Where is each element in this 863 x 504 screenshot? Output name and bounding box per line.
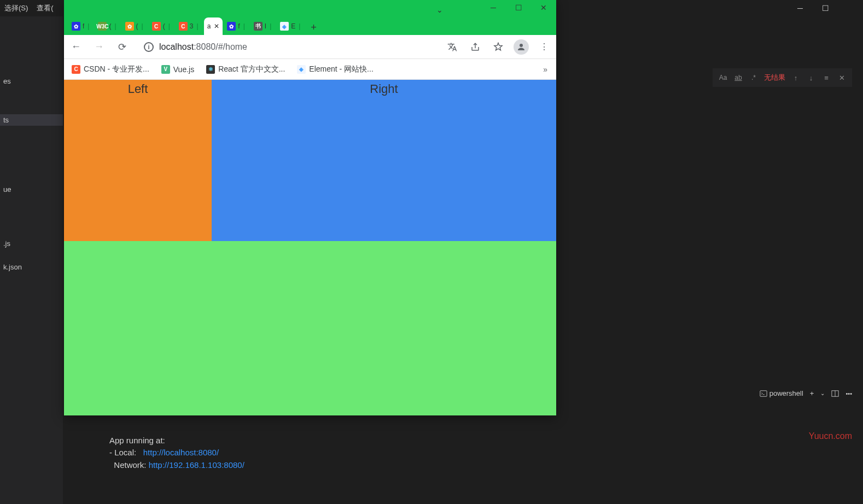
regex-icon[interactable]: .* bbox=[749, 74, 759, 81]
tab[interactable]: C(| bbox=[149, 17, 174, 35]
explorer-file-item[interactable] bbox=[0, 153, 63, 156]
tab-favicon: 书 bbox=[254, 22, 263, 31]
tab[interactable]: ✿(| bbox=[122, 17, 148, 35]
vscode-maximize-button[interactable]: ☐ bbox=[813, 0, 838, 16]
tab[interactable]: C3| bbox=[176, 17, 203, 35]
tabstrip: ✿f|W3C(|✿(|C(|C3|a✕✿f|书I|◈E|+ bbox=[68, 16, 552, 35]
bookmark-favicon: ⚛ bbox=[206, 65, 215, 74]
next-match-icon[interactable]: ↓ bbox=[806, 74, 816, 82]
explorer-file-item[interactable] bbox=[0, 99, 63, 102]
terminal-split-icon[interactable] bbox=[831, 390, 839, 397]
tab-favicon: ✿ bbox=[125, 22, 134, 31]
address-bar[interactable]: i localhost:8080/#/home bbox=[137, 38, 437, 56]
explorer-file-item[interactable] bbox=[0, 207, 63, 210]
reload-button[interactable]: ⟳ bbox=[114, 39, 130, 55]
tab-favicon: ✿ bbox=[227, 22, 236, 31]
translate-icon[interactable] bbox=[445, 39, 460, 55]
right-panel: Right bbox=[212, 80, 556, 241]
svg-point-3 bbox=[520, 44, 523, 47]
tab[interactable]: ✿f| bbox=[224, 17, 249, 35]
explorer-file-item[interactable] bbox=[0, 60, 63, 63]
explorer-file-item[interactable] bbox=[0, 222, 63, 226]
explorer-file-item[interactable]: .js bbox=[0, 238, 63, 249]
maximize-button[interactable]: ☐ bbox=[506, 0, 531, 15]
bookmark-item[interactable]: ◈Element - 网站快... bbox=[294, 62, 376, 77]
terminal-shell-label[interactable]: powershell bbox=[760, 389, 803, 397]
vscode-minimize-button[interactable]: ─ bbox=[788, 0, 813, 16]
page-top-row: Left Right bbox=[64, 80, 556, 241]
back-button[interactable]: ← bbox=[68, 39, 84, 55]
explorer-file-item[interactable]: ue bbox=[0, 184, 63, 195]
minimize-button[interactable]: ─ bbox=[481, 0, 506, 15]
prev-match-icon[interactable]: ↑ bbox=[791, 74, 801, 82]
explorer-file-item[interactable] bbox=[0, 168, 63, 172]
bookmark-item[interactable]: CCSDN - 专业开发... bbox=[68, 62, 153, 77]
match-case-icon[interactable]: Aa bbox=[718, 74, 728, 81]
find-menu-icon[interactable]: ≡ bbox=[821, 74, 831, 82]
tab[interactable]: ✿f| bbox=[68, 17, 94, 35]
explorer-file-item[interactable] bbox=[0, 138, 63, 141]
vscode-terminal[interactable]: App running at: - Local: http://localhos… bbox=[109, 435, 852, 472]
chrome-window: ⌄ ─ ☐ ✕ ✿f|W3C(|✿(|C(|C3|a✕✿f|书I|◈E|+ ← … bbox=[64, 0, 556, 415]
bookmark-favicon: ◈ bbox=[297, 65, 306, 74]
new-tab-button[interactable]: + bbox=[306, 20, 321, 35]
explorer-file-item[interactable]: k.json bbox=[0, 261, 63, 273]
share-icon[interactable] bbox=[468, 39, 483, 55]
chrome-window-controls: ⌄ ─ ☐ ✕ bbox=[481, 0, 556, 15]
tab-favicon: W3C bbox=[98, 22, 107, 31]
tab-close-icon[interactable]: ✕ bbox=[214, 22, 219, 30]
svg-rect-0 bbox=[760, 390, 767, 396]
vscode-explorer: estsue.jsk.json bbox=[0, 16, 63, 504]
watermark: Yuucn.com bbox=[809, 431, 852, 441]
tab-title: E bbox=[291, 22, 295, 30]
chrome-menu-icon[interactable]: ⋮ bbox=[537, 39, 552, 55]
bookmark-favicon: C bbox=[72, 65, 80, 74]
tab[interactable]: 书I| bbox=[250, 17, 276, 35]
bookmark-label: React 官方中文文... bbox=[218, 65, 285, 74]
tab[interactable]: ◈E| bbox=[277, 17, 305, 35]
match-word-icon[interactable]: ab bbox=[733, 74, 743, 81]
bookmark-overflow-icon[interactable]: » bbox=[539, 63, 552, 76]
vscode-menubar: 选择(S) 查看( bbox=[0, 0, 58, 16]
bookmark-label: Element - 网站快... bbox=[309, 65, 373, 74]
terminal-panel-header: powershell + ⌄ ••• bbox=[760, 389, 852, 397]
bottom-panel bbox=[64, 241, 556, 415]
tab-active[interactable]: a✕ bbox=[204, 17, 223, 35]
explorer-file-item[interactable]: ts bbox=[0, 114, 63, 126]
tab-favicon: ◈ bbox=[280, 22, 289, 31]
bookmark-item[interactable]: ⚛React 官方中文文... bbox=[203, 62, 288, 77]
forward-button[interactable]: → bbox=[91, 39, 107, 55]
tab[interactable]: W3C(| bbox=[95, 17, 120, 35]
tab-title: ( bbox=[136, 22, 138, 30]
toolbar-right: ⋮ bbox=[445, 39, 552, 55]
tab-favicon: ✿ bbox=[72, 22, 80, 31]
explorer-file-item[interactable]: es bbox=[0, 75, 63, 87]
tab-title: I bbox=[265, 22, 266, 30]
terminal-dropdown-icon[interactable]: ⌄ bbox=[820, 390, 825, 396]
bookmark-item[interactable]: VVue.js bbox=[158, 63, 197, 76]
site-info-icon[interactable]: i bbox=[144, 42, 154, 52]
bookmark-star-icon[interactable] bbox=[491, 39, 506, 55]
terminal-kill-icon[interactable]: ••• bbox=[845, 390, 852, 397]
profile-avatar[interactable] bbox=[514, 39, 529, 55]
close-find-icon[interactable]: ✕ bbox=[837, 74, 847, 82]
tab-title: ( bbox=[109, 22, 111, 30]
tab-title: a bbox=[207, 22, 211, 30]
terminal-local-url[interactable]: http://localhost:8080/ bbox=[143, 448, 219, 457]
terminal-add-icon[interactable]: + bbox=[810, 389, 814, 397]
close-button[interactable]: ✕ bbox=[531, 0, 556, 15]
bookmark-label: Vue.js bbox=[173, 65, 194, 74]
bookmark-favicon: V bbox=[161, 65, 170, 74]
find-no-results: 无结果 bbox=[764, 73, 785, 83]
bookmark-bar: CCSDN - 专业开发...VVue.js⚛React 官方中文文...◈El… bbox=[64, 59, 556, 80]
menu-select[interactable]: 选择(S) bbox=[0, 3, 32, 13]
tab-overflow-icon[interactable]: ⌄ bbox=[427, 2, 452, 17]
terminal-network-url[interactable]: http://192.168.1.103:8080/ bbox=[149, 460, 244, 470]
bookmark-label: CSDN - 专业开发... bbox=[84, 65, 149, 74]
menu-view[interactable]: 查看( bbox=[32, 3, 57, 13]
tab-title: f bbox=[238, 22, 240, 30]
page-viewport: Left Right bbox=[64, 80, 556, 415]
vscode-close-button[interactable] bbox=[838, 0, 863, 16]
vscode-find-bar[interactable]: Aa ab .* 无结果 ↑ ↓ ≡ ✕ bbox=[713, 68, 852, 87]
url-path: /#/home bbox=[215, 42, 247, 51]
